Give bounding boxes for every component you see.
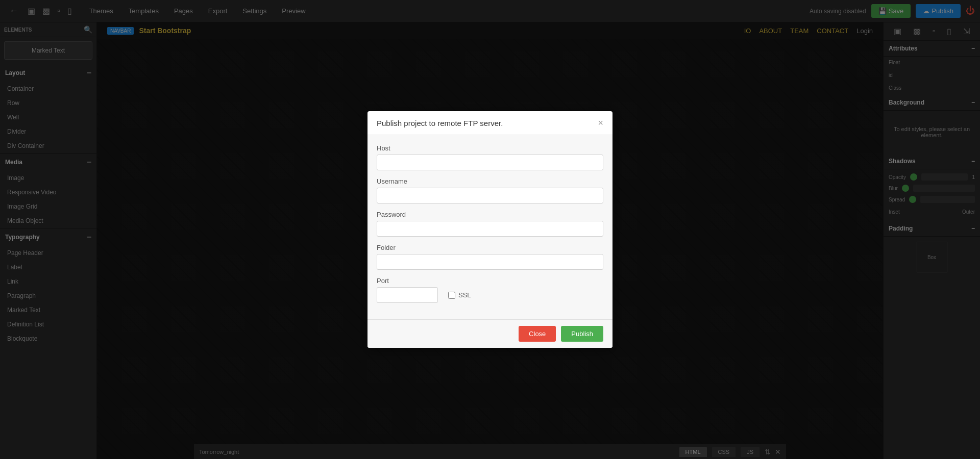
host-label: Host — [377, 144, 603, 152]
modal-title: Publish project to remote FTP server. — [377, 119, 503, 128]
modal-body: Host Username Password Folder Port — [368, 135, 612, 319]
modal-overlay[interactable]: Publish project to remote FTP server. × … — [0, 0, 980, 459]
password-input[interactable] — [377, 221, 603, 237]
folder-form-group: Folder — [377, 244, 603, 270]
close-modal-button[interactable]: Close — [519, 326, 556, 342]
modal-close-button[interactable]: × — [598, 118, 603, 128]
port-form-group: Port SSL — [377, 277, 603, 303]
ssl-label[interactable]: SSL — [448, 291, 471, 299]
port-ssl-row: SSL — [377, 287, 603, 303]
port-label: Port — [377, 277, 603, 285]
host-input[interactable] — [377, 155, 603, 170]
host-form-group: Host — [377, 144, 603, 170]
modal-header: Publish project to remote FTP server. × — [368, 111, 612, 135]
folder-label: Folder — [377, 244, 603, 251]
ssl-checkbox[interactable] — [448, 292, 455, 299]
password-form-group: Password — [377, 211, 603, 237]
publish-modal: Publish project to remote FTP server. × … — [368, 111, 612, 348]
username-form-group: Username — [377, 177, 603, 203]
folder-input[interactable] — [377, 254, 603, 270]
username-input[interactable] — [377, 188, 603, 203]
port-input[interactable] — [377, 287, 438, 303]
username-label: Username — [377, 177, 603, 185]
modal-footer: Close Publish — [368, 319, 612, 348]
password-label: Password — [377, 211, 603, 218]
publish-modal-button[interactable]: Publish — [561, 326, 603, 342]
